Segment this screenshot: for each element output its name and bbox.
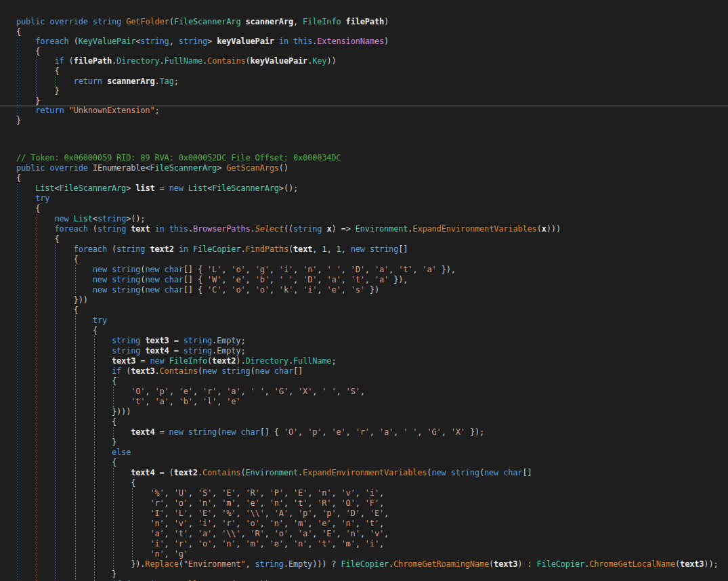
code-line[interactable]: if (text3.Contains(new string(new char[]	[16, 366, 728, 376]
code-line[interactable]: 'i', 'r', 'o', 'n', 'm', 'e', 'n', 't', …	[16, 539, 728, 549]
code-line[interactable]: foreach (string text in this.BrowserPath…	[16, 224, 728, 234]
code-line[interactable]: new string(new char[] { 'L', 'o', 'g', '…	[16, 265, 728, 275]
code-token: }),	[389, 275, 408, 284]
code-token: ,	[365, 275, 374, 284]
code-token	[16, 295, 74, 305]
code-line[interactable]: }	[16, 569, 728, 580]
code-line[interactable]: {	[16, 458, 728, 468]
code-line[interactable]: {	[16, 326, 728, 336]
code-line[interactable]: {	[16, 478, 728, 488]
code-token: .	[188, 224, 193, 234]
code-line[interactable]: foreach (string text2 in FileCopier.Find…	[16, 244, 728, 255]
code-line[interactable]: {	[16, 27, 728, 37]
code-token: }),	[437, 265, 456, 274]
code-line[interactable]: public override IEnumerable<FileScannerA…	[16, 163, 728, 173]
code-line[interactable]: foreach (KeyValuePair<string, string> ke…	[16, 37, 728, 47]
code-token: ,	[384, 509, 389, 518]
code-token	[107, 265, 112, 274]
code-token: Contains	[160, 366, 198, 376]
code-token: x	[326, 224, 331, 234]
code-line[interactable]: try	[16, 316, 728, 326]
code-line[interactable]: }	[16, 116, 728, 126]
code-line[interactable]: {	[16, 417, 728, 427]
code-token: ,	[169, 387, 179, 396]
code-line[interactable]: '%', 'U', 'S', 'E', 'R', 'P', 'E', 'n', …	[16, 488, 728, 498]
code-line[interactable]: text4 = (text2.Contains(Environment.Expa…	[16, 468, 728, 478]
code-token: keyValuePair	[251, 56, 308, 66]
code-line[interactable]: }	[16, 96, 728, 106]
code-line[interactable]: text3 = new FileInfo(text2).Directory.Fu…	[16, 356, 728, 366]
code-token: ExtensionNames	[317, 37, 384, 46]
code-line[interactable]: {	[16, 255, 728, 265]
code-line[interactable]: text4 = new string(new char[] { 'O', 'p'…	[16, 427, 728, 437]
code-token	[16, 285, 93, 295]
code-line[interactable]: {	[16, 305, 728, 316]
code-line[interactable]: new string(new char[] { 'W', 'e', 'b', '…	[16, 275, 728, 285]
code-token: ,	[288, 529, 298, 538]
code-token: FileInfo	[169, 356, 207, 366]
code-token: ,	[212, 529, 221, 538]
code-line[interactable]: 't', 'a', 'b', 'l', 'e'	[16, 397, 728, 407]
code-token: ,	[365, 265, 374, 274]
code-line[interactable]: }	[16, 86, 728, 96]
code-token	[16, 305, 74, 315]
code-token: }))	[74, 295, 88, 305]
code-line[interactable]: // Token: 0x06000059 RID: 89 RVA: 0x0000…	[16, 153, 728, 163]
code-line[interactable]: 'O', 'p', 'e', 'r', 'a', ' ', 'G', 'X', …	[16, 387, 728, 397]
code-token: ,	[236, 539, 245, 548]
code-line[interactable]: 'I', 'L', 'E', '%', '\\', 'A', 'p', 'p',…	[16, 509, 728, 519]
code-line[interactable]: new List<string>();	[16, 214, 728, 224]
decompiler-code-view[interactable]: public override string GetFolder(FileSca…	[0, 0, 728, 581]
code-line[interactable]: try	[16, 194, 728, 204]
code-token: Directory	[116, 56, 159, 66]
code-line[interactable]: }	[16, 437, 728, 448]
code-token: ,	[188, 498, 198, 508]
code-token: 'I'	[150, 509, 164, 518]
code-token: 'n'	[150, 519, 164, 528]
code-line[interactable]: {	[16, 234, 728, 244]
code-token: foreach	[54, 224, 87, 234]
code-line[interactable]: {	[16, 47, 728, 57]
code-line[interactable]: })))	[16, 407, 728, 417]
code-line[interactable]: 'a', 't', 'a', '\\', 'R', 'o', 'a', 'E',…	[16, 529, 728, 539]
code-line[interactable]: string text3 = string.Empty;	[16, 336, 728, 346]
code-line[interactable]: {	[16, 66, 728, 77]
code-token: List	[74, 214, 93, 223]
code-line[interactable]: if (filePath.Directory.FullName.Contains…	[16, 56, 728, 66]
code-token: in	[279, 37, 288, 46]
code-token	[16, 47, 35, 56]
code-token: >	[207, 37, 217, 46]
code-line[interactable]: string text4 = string.Empty;	[16, 346, 728, 356]
code-token: ));	[704, 559, 718, 569]
code-line[interactable]: {	[16, 173, 728, 184]
code-line[interactable]: else	[16, 448, 728, 458]
code-token: 'i'	[365, 488, 379, 498]
code-token: FullName	[165, 56, 202, 66]
code-token: ,	[245, 285, 255, 295]
code-line[interactable]: }).Replace("Environment", string.Empty))…	[16, 559, 728, 569]
code-token	[64, 106, 69, 115]
code-token: ,	[307, 519, 317, 528]
code-token: {	[93, 326, 98, 335]
code-line[interactable]: 'n', 'g'	[16, 549, 728, 559]
code-line[interactable]: return "UnknownExtension";	[16, 106, 728, 116]
code-line[interactable]: 'n', 'v', 'i', 'r', 'o', 'n', 'm', 'e', …	[16, 519, 728, 529]
code-line[interactable]: public override string GetFolder(FileSca…	[16, 17, 728, 27]
code-token: ,	[217, 397, 226, 406]
code-token: ,	[360, 387, 365, 396]
code-line[interactable]: List<FileScannerArg> list = new List<Fil…	[16, 184, 728, 194]
code-line[interactable]: return scannerArg.Tag;	[16, 77, 728, 87]
code-token: ,	[346, 427, 356, 437]
code-line[interactable]: new string(new char[] { 'C', 'o', 'o', '…	[16, 285, 728, 295]
code-token: 'C'	[207, 285, 221, 295]
code-line[interactable]: {	[16, 204, 728, 214]
code-token: .	[284, 559, 288, 569]
code-line[interactable]: }))	[16, 295, 728, 305]
code-token: .	[389, 559, 393, 569]
code-token: ,	[379, 498, 384, 508]
code-token: List	[188, 184, 207, 193]
code-line[interactable]: {	[16, 376, 728, 387]
code-token	[16, 224, 54, 234]
code-line[interactable]: 'r', 'o', 'n', 'm', 'e', 'n', 't', 'R', …	[16, 498, 728, 509]
code-token: Environment	[245, 468, 298, 477]
